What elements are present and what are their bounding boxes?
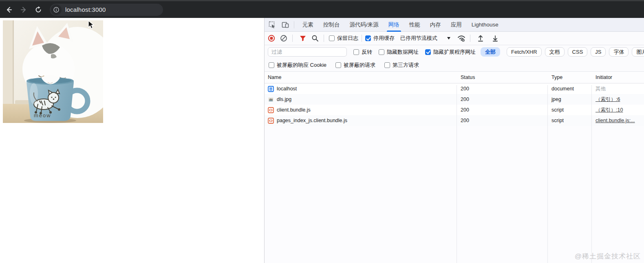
- forward-button[interactable]: [18, 4, 29, 15]
- checkbox-checked[interactable]: [425, 49, 431, 55]
- address-bar[interactable]: localhost:3000: [50, 4, 163, 16]
- upload-icon: [477, 35, 484, 42]
- hide-extension-urls-checkbox[interactable]: 隐藏扩展程序网址: [425, 48, 476, 56]
- network-filter-bar-2: 被屏蔽的响应 Cookie 被屏蔽的请求 第三方请求: [265, 59, 644, 72]
- reload-button[interactable]: [33, 4, 44, 15]
- request-name: dls.jpg: [277, 96, 291, 102]
- blocked-response-cookies-checkbox[interactable]: 被屏蔽的响应 Cookie: [269, 61, 326, 69]
- request-initiator-link[interactable]: client.bundle.js:...: [591, 118, 644, 123]
- tab-sources[interactable]: 源代码/来源: [345, 18, 384, 32]
- clear-icon: [280, 35, 287, 42]
- table-row[interactable]: client.bundle.js 200 script （索引）:10: [265, 105, 644, 115]
- network-conditions-button[interactable]: [456, 33, 467, 44]
- column-header-name[interactable]: Name: [265, 75, 457, 80]
- divider: [294, 21, 294, 28]
- disable-cache-checkbox[interactable]: 停用缓存: [365, 35, 395, 42]
- checkbox-unchecked[interactable]: [269, 62, 274, 68]
- record-icon: [268, 35, 275, 42]
- tab-lighthouse[interactable]: Lighthouse: [467, 18, 503, 32]
- devtools-panel: 元素 控制台 源代码/来源 网络 性能 内存 应用 Lighthouse: [264, 18, 644, 263]
- preserve-log-checkbox[interactable]: 保留日志: [329, 35, 358, 42]
- third-party-requests-checkbox[interactable]: 第三方请求: [384, 61, 419, 69]
- tab-application[interactable]: 应用: [446, 18, 467, 32]
- requests-table-body: localhost 200 document 其他 dls.jpg 200 jp…: [265, 83, 644, 126]
- checkbox-checked[interactable]: [365, 35, 371, 41]
- download-icon: [492, 35, 499, 42]
- mug-text: meow: [34, 112, 51, 118]
- record-button[interactable]: [266, 33, 277, 44]
- column-divider[interactable]: [547, 85, 548, 263]
- invert-checkbox[interactable]: 反转: [353, 48, 372, 56]
- filter-input[interactable]: [268, 47, 347, 57]
- filter-chip-img[interactable]: 图片: [632, 47, 644, 57]
- divider: [324, 35, 324, 42]
- checkbox-unchecked[interactable]: [379, 49, 384, 55]
- mouse-cursor: [88, 20, 95, 29]
- column-divider[interactable]: [457, 85, 457, 263]
- column-header-status[interactable]: Status: [457, 75, 547, 80]
- filter-button[interactable]: [298, 33, 308, 44]
- throttling-dropdown[interactable]: 已停用节流模式: [400, 35, 450, 42]
- checkbox-unchecked[interactable]: [335, 62, 341, 68]
- request-status: 200: [457, 96, 547, 102]
- tab-memory[interactable]: 内存: [425, 18, 446, 32]
- filter-chip-all[interactable]: 全部: [481, 47, 500, 57]
- divider: [362, 35, 362, 42]
- script-icon: [268, 118, 274, 124]
- inspect-element-button[interactable]: [267, 20, 278, 30]
- device-toolbar-button[interactable]: [280, 20, 291, 30]
- blocked-requests-checkbox[interactable]: 被屏蔽的请求: [335, 61, 375, 69]
- hide-data-urls-checkbox[interactable]: 隐藏数据网址: [379, 48, 419, 56]
- column-divider[interactable]: [591, 85, 592, 263]
- request-initiator-link[interactable]: （索引）:6: [591, 96, 644, 103]
- request-initiator-link[interactable]: （索引）:10: [591, 107, 644, 114]
- search-button[interactable]: [310, 33, 320, 44]
- tab-elements[interactable]: 元素: [298, 18, 318, 32]
- cat-drinking-from-mug-image: meow: [3, 20, 103, 123]
- tab-performance[interactable]: 性能: [404, 18, 425, 32]
- request-name: pages_index_js.client.bundle.js: [277, 118, 347, 123]
- filter-chip-js[interactable]: JS: [591, 47, 606, 57]
- table-row[interactable]: dls.jpg 200 jpeg （索引）:6: [265, 94, 644, 105]
- filter-funnel-icon: [299, 35, 307, 42]
- document-icon: [268, 86, 274, 92]
- request-status: 200: [457, 107, 547, 113]
- request-status: 200: [457, 86, 547, 92]
- site-info-icon[interactable]: [51, 4, 62, 15]
- chevron-down-icon: [447, 37, 450, 39]
- checkbox-unchecked[interactable]: [329, 35, 335, 41]
- cat-photo: meow: [3, 20, 103, 123]
- tab-console[interactable]: 控制台: [318, 18, 345, 32]
- divider: [292, 35, 293, 42]
- image-icon: [268, 96, 274, 103]
- request-name: localhost: [277, 86, 297, 92]
- filter-chip-css[interactable]: CSS: [568, 47, 588, 57]
- table-row[interactable]: localhost 200 document 其他: [265, 83, 644, 94]
- request-type: document: [547, 86, 591, 92]
- request-type: script: [547, 118, 591, 123]
- import-har-button[interactable]: [475, 33, 486, 44]
- watermark: @稀土掘金技术社区: [575, 252, 641, 261]
- page-content: meow: [0, 18, 264, 263]
- column-header-type[interactable]: Type: [547, 75, 591, 80]
- column-header-initiator[interactable]: Initiator: [591, 75, 644, 80]
- url-text: localhost:3000: [65, 6, 106, 13]
- search-icon: [311, 35, 319, 42]
- tab-network[interactable]: 网络: [384, 18, 404, 32]
- filter-chip-doc[interactable]: 文档: [545, 47, 565, 57]
- table-row[interactable]: pages_index_js.client.bundle.js 200 scri…: [265, 115, 644, 126]
- export-har-button[interactable]: [490, 33, 501, 44]
- network-filter-bar: 反转 隐藏数据网址 隐藏扩展程序网址 全部 Fetch/XHR 文档 CSS J…: [265, 45, 644, 59]
- browser-toolbar: localhost:3000: [0, 0, 644, 18]
- checkbox-unchecked[interactable]: [353, 49, 359, 55]
- filter-chip-font[interactable]: 字体: [609, 47, 629, 57]
- back-arrow-icon: [5, 6, 13, 13]
- inspect-cursor-icon: [269, 21, 276, 28]
- clear-button[interactable]: [278, 33, 289, 44]
- request-initiator: 其他: [591, 85, 644, 92]
- back-button[interactable]: [3, 4, 15, 15]
- filter-chip-fetch-xhr[interactable]: Fetch/XHR: [507, 47, 542, 57]
- forward-arrow-icon: [20, 6, 27, 13]
- device-toolbar-icon: [282, 21, 289, 28]
- checkbox-unchecked[interactable]: [384, 62, 390, 68]
